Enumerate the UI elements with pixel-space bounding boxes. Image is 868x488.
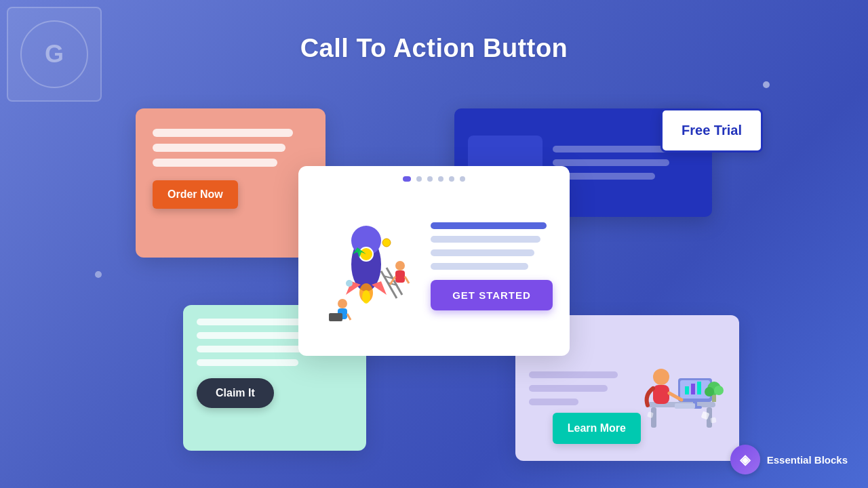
card-line — [153, 129, 293, 137]
logo-letter: G — [45, 40, 64, 68]
card-line — [153, 159, 277, 167]
logo-box: G — [7, 7, 102, 102]
dot-active — [403, 176, 411, 182]
svg-point-6 — [362, 290, 370, 304]
decorative-dot — [763, 81, 770, 88]
card-center: GET STARTED — [298, 166, 570, 356]
order-now-button[interactable]: Order Now — [153, 180, 238, 209]
claim-it-button[interactable]: Claim It — [197, 378, 274, 408]
card-line — [197, 359, 298, 366]
svg-point-21 — [346, 280, 353, 287]
svg-rect-12 — [395, 270, 405, 283]
dot — [416, 176, 422, 182]
card-pink: Order Now — [136, 108, 326, 258]
person-at-desk-illustration — [637, 344, 726, 432]
card-dots — [298, 176, 570, 182]
svg-point-37 — [714, 386, 724, 395]
dot — [438, 176, 443, 182]
card-line — [197, 346, 306, 352]
cards-area: Order Now Free Trial — [0, 88, 868, 488]
svg-rect-19 — [329, 313, 342, 321]
card-line — [529, 385, 608, 392]
dot — [427, 176, 433, 182]
svg-rect-31 — [691, 384, 695, 394]
branding-name: Essential Blocks — [767, 454, 848, 466]
svg-point-20 — [382, 239, 391, 247]
card-line — [553, 159, 669, 166]
svg-rect-30 — [685, 386, 689, 394]
free-trial-button[interactable]: Free Trial — [660, 108, 763, 152]
branding-icon-symbol: ◈ — [740, 451, 750, 468]
card-line — [431, 249, 534, 256]
card-lavender-lines — [529, 371, 627, 405]
svg-line-18 — [347, 314, 351, 320]
dot — [460, 176, 465, 182]
svg-point-36 — [705, 387, 714, 396]
card-line — [431, 222, 547, 229]
learn-more-button[interactable]: Learn More — [553, 413, 641, 444]
card-line — [529, 399, 578, 405]
card-line — [431, 236, 540, 243]
dot — [449, 176, 454, 182]
branding: ◈ Essential Blocks — [730, 445, 848, 474]
logo-inner: G — [20, 20, 88, 88]
svg-rect-33 — [675, 403, 695, 409]
rocket-illustration — [315, 203, 417, 325]
svg-rect-42 — [710, 417, 716, 423]
card-center-right: GET STARTED — [431, 222, 553, 310]
svg-rect-32 — [697, 382, 701, 394]
svg-rect-39 — [653, 385, 669, 404]
svg-point-11 — [395, 261, 405, 270]
svg-point-38 — [653, 369, 669, 385]
svg-point-15 — [338, 299, 347, 308]
card-line — [153, 144, 285, 152]
svg-line-14 — [405, 277, 409, 283]
card-line — [431, 263, 528, 270]
get-started-button[interactable]: GET STARTED — [431, 280, 553, 310]
card-line — [529, 371, 618, 378]
branding-icon: ◈ — [730, 445, 760, 474]
page-title: Call To Action Button — [0, 0, 868, 63]
